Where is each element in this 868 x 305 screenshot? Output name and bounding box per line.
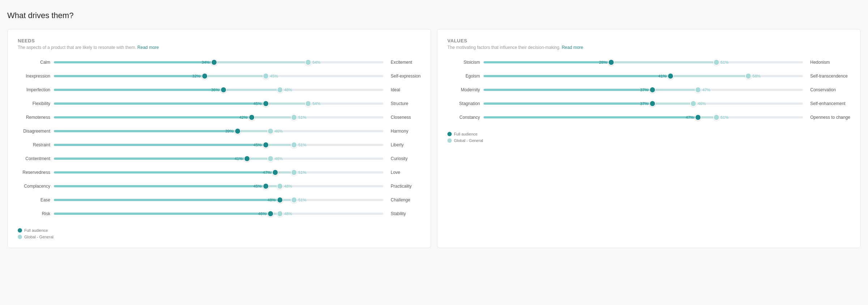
bar-label: Constancy (447, 115, 484, 120)
page-title: What drives them? (7, 11, 861, 20)
pct-audience-label: 47% (263, 170, 271, 175)
bar-row: Complacency45%48% (18, 181, 383, 191)
bar-row: Egoism41%58% (447, 71, 803, 81)
bar-row: Stagnation37%46% (447, 99, 803, 109)
values-legend-audience-dot (447, 132, 452, 136)
dot-audience (211, 59, 217, 66)
values-legend-audience: Full audience (447, 132, 850, 136)
bar-row: Modernity37%47% (447, 85, 803, 95)
bar-track: 39%46% (54, 130, 383, 132)
bar-label: Ease (18, 197, 54, 202)
bar-fill-audience (54, 213, 271, 215)
bar-label: Flexibility (18, 101, 54, 106)
bar-row: Stoicism28%51% (447, 57, 803, 67)
pct-global-label: 58% (753, 74, 761, 78)
pct-audience-label: 39% (225, 129, 233, 133)
bar-track: 41%58% (484, 75, 803, 77)
dot-audience (695, 114, 701, 121)
opposite-label: Hedonism (810, 57, 850, 67)
dot-audience (201, 73, 208, 79)
bar-label: Imperfection (18, 87, 54, 92)
opposite-label: Openness to change (810, 112, 850, 122)
bar-label: Disagreement (18, 129, 54, 134)
dot-global (745, 73, 752, 79)
bar-track: 46%48% (54, 213, 383, 215)
dot-audience (277, 197, 283, 203)
dot-audience (220, 87, 227, 93)
dot-audience (248, 114, 255, 121)
bar-track: 34%54% (54, 61, 383, 63)
pct-audience-label: 42% (239, 115, 247, 120)
bar-fill-audience (54, 158, 247, 160)
bar-row: Imperfection36%48% (18, 85, 383, 95)
bar-fill-audience (484, 103, 652, 105)
pct-global-label: 51% (721, 115, 729, 120)
needs-chart-area: Calm34%54%Inexpression32%45%Imperfection… (18, 57, 421, 222)
pct-global-label: 48% (284, 212, 292, 216)
bar-track: 37%46% (484, 103, 803, 105)
bar-fill-audience (484, 61, 611, 63)
pct-audience-label: 45% (254, 184, 261, 188)
bar-row: Remoteness42%51% (18, 112, 383, 122)
bar-row: Calm34%54% (18, 57, 383, 67)
bar-label: Contentment (18, 156, 54, 161)
pct-audience-label: 46% (258, 212, 266, 216)
needs-legend-audience: Full audience (18, 228, 421, 233)
pct-audience-label: 37% (640, 88, 648, 92)
bar-track: 28%51% (484, 61, 803, 63)
pct-global-label: 45% (270, 74, 278, 78)
bar-track: 48%51% (54, 199, 383, 201)
dot-global (713, 114, 720, 121)
bar-label: Risk (18, 211, 54, 216)
opposite-label: Liberty (391, 140, 421, 150)
needs-legend-audience-label: Full audience (24, 228, 48, 233)
panels-container: Needs The aspects of a product that are … (7, 29, 861, 248)
pct-audience-label: 41% (235, 156, 243, 161)
pct-audience-label: 36% (211, 88, 219, 92)
pct-global-label: 46% (698, 101, 706, 106)
needs-legend-global-dot (18, 235, 22, 239)
dot-global (690, 100, 697, 107)
bar-fill-audience (484, 116, 698, 118)
bar-label: Modernity (447, 87, 484, 92)
bar-track: 47%51% (54, 171, 383, 174)
needs-panel-title: Needs (18, 38, 421, 43)
needs-bars: Calm34%54%Inexpression32%45%Imperfection… (18, 57, 383, 222)
values-legend-global-dot (447, 138, 452, 143)
dot-global (713, 59, 720, 66)
values-legend: Full audience Global - General (447, 132, 850, 143)
bar-row: Ease48%51% (18, 195, 383, 205)
pct-audience-label: 28% (599, 60, 607, 64)
pct-global-label: 46% (275, 156, 283, 161)
pct-audience-label: 45% (254, 101, 261, 106)
needs-panel: Needs The aspects of a product that are … (7, 29, 431, 248)
opposite-label: Practicality (391, 181, 421, 191)
opposite-label: Closeness (391, 112, 421, 122)
dot-audience (649, 87, 656, 93)
dot-global (267, 128, 274, 134)
bar-fill-audience (54, 116, 252, 118)
values-read-more-link[interactable]: Read more (562, 45, 583, 50)
dot-audience (649, 100, 656, 107)
bar-track: 36%48% (54, 89, 383, 91)
bar-label: Remoteness (18, 115, 54, 120)
dot-global (291, 169, 297, 176)
needs-read-more-link[interactable]: Read more (137, 45, 159, 50)
dot-audience (234, 128, 241, 134)
opposite-label: Self-transcendence (810, 71, 850, 81)
pct-audience-label: 47% (686, 115, 694, 120)
bar-label: Stagnation (447, 101, 484, 106)
pct-audience-label: 45% (254, 143, 261, 147)
pct-global-label: 51% (721, 60, 729, 64)
bar-track: 32%45% (54, 75, 383, 77)
bar-track: 42%51% (54, 116, 383, 118)
needs-legend-audience-dot (18, 228, 22, 233)
bar-fill-audience (54, 199, 280, 201)
needs-legend-global-label: Global - General (24, 235, 54, 239)
bar-row: Reservedness47%51% (18, 167, 383, 177)
dot-audience (263, 100, 269, 107)
opposite-label: Love (391, 167, 421, 177)
dot-global (291, 197, 297, 203)
opposite-label: Ideal (391, 85, 421, 95)
bar-track: 47%51% (484, 116, 803, 118)
